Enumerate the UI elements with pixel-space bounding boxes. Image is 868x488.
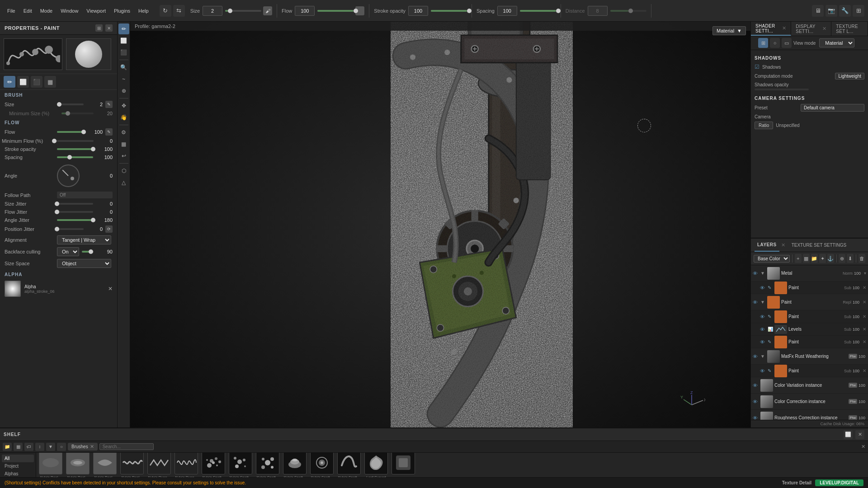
metal-expand-icon[interactable]: ▼ <box>760 271 766 276</box>
add-folder-btn[interactable]: 📁 <box>811 254 818 263</box>
add-fill-btn[interactable]: ▦ <box>803 254 810 263</box>
texture-set-settings-tab[interactable]: TEXTURE SET SETTINGS <box>789 239 849 252</box>
stroke-opacity-input[interactable] <box>408 6 428 16</box>
panel-detach-btn[interactable]: ⊞ <box>95 24 103 32</box>
paint-repl-del[interactable]: ✕ <box>863 300 866 305</box>
mask-v-icon[interactable]: ⬡ <box>118 165 129 176</box>
merge-btn[interactable]: ⬇ <box>847 254 854 263</box>
menu-edit[interactable]: Edit <box>20 6 36 15</box>
smudge-tool-icon[interactable]: ▦ <box>44 76 56 88</box>
position-jitter-edit[interactable]: ⟳ <box>105 225 113 233</box>
min-size-slider[interactable] <box>61 113 94 114</box>
paint-v-icon[interactable]: ✏ <box>118 23 129 34</box>
paint-repl-expand[interactable]: ▼ <box>760 300 766 305</box>
fill-tool-icon[interactable]: ⬛ <box>31 76 42 88</box>
stroke-opacity-slider[interactable] <box>431 10 467 12</box>
transform-icon[interactable]: ↻ <box>160 5 171 17</box>
shelf-item-2[interactable]: Kyle's Real... <box>92 453 118 477</box>
flow-jitter-slider[interactable] <box>57 211 93 213</box>
paint-sub1-del[interactable]: ✕ <box>863 285 866 290</box>
paint-sub1-vis[interactable]: 👁 <box>760 285 766 291</box>
spacing-slider[interactable] <box>520 10 556 12</box>
viewport-icon3[interactable]: 🔧 <box>839 5 851 17</box>
smudge-v-icon[interactable]: ~ <box>118 74 129 84</box>
view-icon-sphere[interactable]: ○ <box>770 38 780 48</box>
shelf-item-6[interactable]: Kyle's Spatt... <box>201 453 226 477</box>
duplicate-btn[interactable]: ⊕ <box>839 254 845 263</box>
tab-texture-set[interactable]: TEXTURE SET L... <box>831 22 868 36</box>
panel-close-btn[interactable]: ✕ <box>105 24 113 32</box>
shelf-cat-project[interactable]: Project <box>2 462 34 470</box>
shelf-item-10[interactable]: Kyle's Spatt... <box>309 453 335 477</box>
brush-icon[interactable]: 🖌 <box>263 6 272 15</box>
viewport-icon2[interactable]: 📷 <box>826 5 837 17</box>
rc-vis[interactable]: 👁 <box>753 415 759 420</box>
layer-paint-sub2[interactable]: 👁 ✎ Paint Sub 100 ✕ <box>751 310 868 323</box>
ratio-btn[interactable]: Ratio <box>755 122 773 129</box>
distance-input[interactable] <box>588 6 608 16</box>
paint-repl-vis[interactable]: 👁 <box>753 300 759 305</box>
menu-file[interactable]: File <box>4 6 19 15</box>
shelf-cat-alphas[interactable]: Alphas <box>2 470 34 477</box>
flow-prop-slider[interactable] <box>57 131 84 133</box>
metal-vis-icon[interactable]: 👁 <box>753 271 759 276</box>
matfx-expand[interactable]: ▼ <box>760 354 766 359</box>
tab-shader-settings[interactable]: SHADER SETTI... ✕ <box>751 22 791 36</box>
matfx-vis[interactable]: 👁 <box>753 354 759 359</box>
tab-shader-close[interactable]: ✕ <box>782 25 786 31</box>
shelf-tag-btn[interactable]: 🏷 <box>24 443 33 451</box>
delete-layer-btn[interactable]: 🗑 <box>859 254 865 263</box>
position-jitter-slider[interactable] <box>57 228 84 230</box>
paint-sub3-vis[interactable]: 👁 <box>760 339 766 345</box>
paint-sub4-del[interactable]: ✕ <box>863 368 866 373</box>
properties-scroll[interactable]: BRUSH Size 2 ✎ Minimum Size (%) 20 <box>0 90 117 427</box>
levels-del[interactable]: ✕ <box>863 327 866 332</box>
paint-sub2-del[interactable]: ✕ <box>863 314 866 319</box>
size-prop-slider[interactable] <box>57 103 84 105</box>
shelf-sort-btn[interactable]: ↕ <box>35 443 44 451</box>
backface-culling-slider[interactable] <box>82 251 94 253</box>
cv-vis[interactable]: 👁 <box>753 383 759 388</box>
paint-sub4-vis[interactable]: 👁 <box>760 368 766 374</box>
layer-levels[interactable]: 👁 📊 Levels Sub 100 ✕ <box>751 323 868 336</box>
paint-tool-icon[interactable]: ✏ <box>4 76 15 88</box>
menu-window[interactable]: Window <box>57 6 82 15</box>
flow-input[interactable] <box>295 6 315 16</box>
shadows-check-icon[interactable]: ☑ <box>755 64 760 70</box>
add-anchor-btn[interactable]: ⚓ <box>827 254 834 263</box>
layer-paint-sub3[interactable]: 👁 ✎ Paint Sub 100 ✕ <box>751 336 868 348</box>
shelf-item-8[interactable]: Kyle's Spatt... <box>255 453 280 477</box>
shelf-item-9[interactable]: Kyle's Spatt... <box>282 453 307 477</box>
history-v-icon[interactable]: ↩ <box>118 150 129 161</box>
add-layer-btn[interactable]: + <box>795 254 802 263</box>
angle-widget[interactable] <box>57 164 80 187</box>
layer-paint-repl[interactable]: 👁 ▼ Paint Repl 100 ✕ <box>751 294 868 310</box>
levels-vis[interactable]: 👁 <box>760 327 766 332</box>
shelf-item-0[interactable]: Kyle's Real... <box>38 453 63 477</box>
shelf-panel-close[interactable]: ✕ <box>861 444 865 450</box>
material-dropdown[interactable]: Material ▼ <box>712 26 746 35</box>
spacing-prop-slider[interactable] <box>57 156 93 158</box>
viewport-icon4[interactable]: ⊞ <box>853 5 864 17</box>
picker-v-icon[interactable]: 🔍 <box>118 62 129 73</box>
shelf-item-3[interactable]: Kyle's Real... <box>119 453 145 477</box>
eraser-tool-icon[interactable]: ⬜ <box>17 76 29 88</box>
angle-jitter-slider[interactable] <box>57 219 93 221</box>
fill-v-icon[interactable]: ⬛ <box>118 47 129 58</box>
shelf-cat-all[interactable]: All <box>2 455 34 462</box>
cc-vis[interactable]: 👁 <box>753 399 759 404</box>
shelf-item-5[interactable]: Kyle's Runn... <box>174 453 199 477</box>
layer-paint-sub4[interactable]: 👁 ✎ Paint Sub 100 ✕ <box>751 365 868 377</box>
spacing-input[interactable] <box>497 6 517 16</box>
flow-edit-btn[interactable]: ✎ <box>105 128 113 136</box>
shader-panel[interactable]: Shadows ☑ Shadows Computation mode Light… <box>751 50 868 238</box>
tab-display-close[interactable]: ✕ <box>822 26 826 32</box>
mirror-h-icon[interactable]: ⇆ <box>173 5 185 17</box>
layers-tab-close[interactable]: ✕ <box>781 242 785 248</box>
backface-culling-select[interactable]: On <box>57 247 79 256</box>
clone-v-icon[interactable]: ⊕ <box>118 85 129 96</box>
shelf-expand-btn[interactable]: ⬜ <box>844 430 853 439</box>
move-v-icon[interactable]: ✥ <box>118 100 129 111</box>
geo-v-icon[interactable]: △ <box>118 177 129 188</box>
layers-v-icon[interactable]: ▦ <box>118 139 129 150</box>
